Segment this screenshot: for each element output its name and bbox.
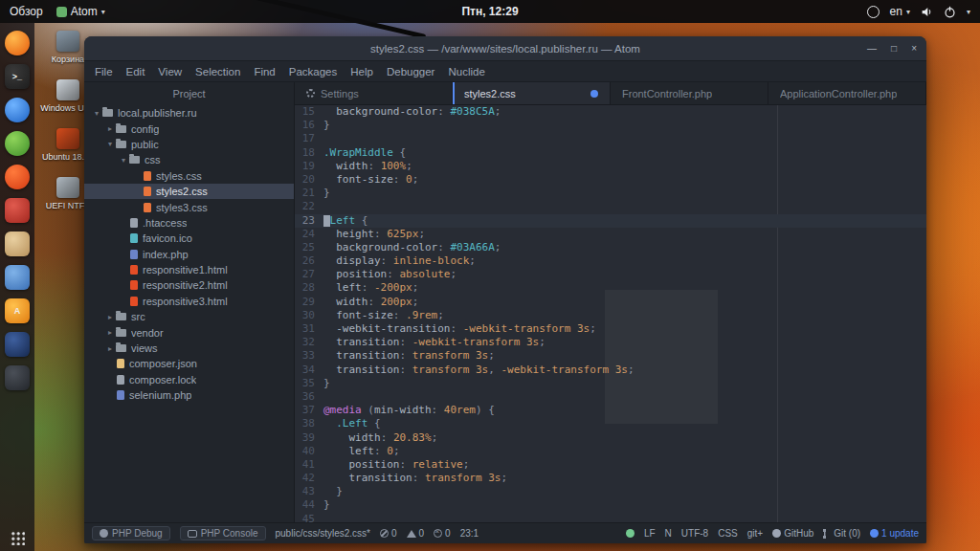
menu-debugger[interactable]: Debugger [380, 66, 442, 77]
text-editor[interactable]: 15 background-color: #038C5A;16}1718.Wra… [295, 105, 926, 522]
menu-edit[interactable]: Edit [120, 66, 152, 77]
code-content[interactable]: width: 20.83%; [323, 431, 926, 445]
tree-file-responsitive1-html[interactable]: responsitive1.html [84, 262, 294, 277]
clock[interactable]: Птн, 12:29 [461, 5, 518, 18]
line-number[interactable]: 25 [295, 241, 323, 254]
line-number[interactable]: 43 [295, 485, 323, 498]
tree-folder-public[interactable]: ▾public [84, 137, 294, 152]
dock-item-browser[interactable] [4, 97, 31, 123]
line-number[interactable]: 39 [295, 431, 323, 445]
dock-item-terminal[interactable]: >_ [4, 63, 31, 90]
line-number[interactable]: 24 [295, 228, 323, 241]
diagnostics-info[interactable]: 0 [434, 528, 451, 539]
code-content[interactable] [323, 390, 926, 404]
tree-folder-views[interactable]: ▸views [84, 341, 294, 356]
file-path[interactable]: public/css/styles2.css* [276, 528, 370, 539]
code-content[interactable]: left: 0; [323, 445, 926, 458]
show-applications-button[interactable] [10, 530, 25, 545]
grammar[interactable]: CSS [718, 528, 738, 539]
line-number[interactable]: 23 [295, 214, 323, 228]
tree-file-composer-json[interactable]: composer.json [84, 356, 294, 371]
newline-indicator[interactable]: N [665, 528, 672, 539]
line-number[interactable]: 18 [295, 146, 323, 160]
code-content[interactable]: transition: transform 3s; [323, 349, 926, 363]
tree-file-selenium-php[interactable]: selenium.php [84, 387, 294, 403]
code-content[interactable]: } [323, 187, 926, 200]
git-branch[interactable]: Git (0) [823, 528, 860, 539]
menu-nuclide[interactable]: Nuclide [441, 66, 491, 77]
activities-button[interactable]: Обзор [10, 5, 43, 18]
line-number[interactable]: 31 [295, 322, 323, 336]
line-number[interactable]: 16 [295, 119, 323, 132]
power-icon[interactable] [944, 6, 956, 18]
code-content[interactable]: .WrapMiddle { [323, 146, 926, 160]
code-content[interactable]: } [323, 498, 926, 512]
code-content[interactable]: font-size: 0; [323, 173, 926, 187]
dock-item-green-app[interactable] [4, 130, 31, 157]
php-console-button[interactable]: PHP Console [180, 526, 266, 540]
line-number[interactable]: 17 [295, 132, 323, 145]
tree-folder-vendor[interactable]: ▸vendor [84, 324, 294, 340]
line-number[interactable]: 36 [295, 390, 323, 404]
tree-file-composer-lock[interactable]: composer.lock [84, 372, 294, 387]
code-content[interactable]: transition: -webkit-transform 3s; [323, 336, 926, 349]
line-number[interactable]: 33 [295, 349, 323, 363]
menu-file[interactable]: File [88, 66, 120, 77]
maximize-button[interactable]: □ [891, 43, 897, 54]
tree-folder-local-publisher-ru[interactable]: ▾local.publisher.ru [84, 105, 294, 121]
line-number[interactable]: 34 [295, 364, 323, 377]
code-content[interactable]: .Left { [323, 417, 926, 430]
dock-item-docs-app[interactable] [4, 264, 31, 291]
menu-help[interactable]: Help [344, 66, 380, 77]
encoding[interactable]: UTF-8 [681, 528, 708, 539]
dock-item-firefox[interactable] [4, 30, 31, 56]
tree-file-htaccess[interactable]: .htaccess [84, 215, 294, 231]
code-content[interactable]: } [323, 119, 926, 132]
line-number[interactable]: 32 [295, 336, 323, 349]
code-content[interactable]: } [323, 485, 926, 498]
git-plus[interactable]: git+ [747, 528, 763, 539]
code-content[interactable]: width: 100%; [323, 160, 926, 173]
cursor-position[interactable]: 23:1 [460, 528, 479, 539]
dock-item-libreoffice[interactable]: A [4, 298, 31, 324]
status-indicator[interactable] [626, 529, 635, 538]
menu-view[interactable]: View [151, 66, 189, 77]
chevron-down-icon[interactable]: ▾ [967, 8, 970, 16]
tab-styles2-css[interactable]: styles2.css [453, 82, 611, 104]
line-number[interactable]: 30 [295, 309, 323, 322]
tree-file-responsitive2-html[interactable]: responsitive2.html [84, 277, 294, 293]
tree-folder-config[interactable]: ▸config [84, 121, 294, 136]
tree-file-styles3-css[interactable]: styles3.css [84, 199, 294, 214]
line-ending[interactable]: LF [644, 528, 656, 539]
tab-settings[interactable]: Settings [295, 82, 453, 104]
close-button[interactable]: × [911, 43, 917, 54]
tree-file-styles-css[interactable]: styles.css [84, 168, 294, 184]
line-number[interactable]: 26 [295, 254, 323, 268]
code-content[interactable]: font-size: .9rem; [323, 309, 926, 322]
dock-item-files-app[interactable] [4, 231, 31, 257]
tree-file-index-php[interactable]: index.php [84, 247, 294, 262]
code-content[interactable]: height: 625px; [323, 228, 926, 241]
line-number[interactable]: 27 [295, 268, 323, 281]
code-content[interactable]: left: -200px; [323, 281, 926, 295]
tree-folder-css[interactable]: ▾css [84, 152, 294, 167]
line-number[interactable]: 42 [295, 472, 323, 485]
title-bar[interactable]: styles2.css — /var/www/sites/local.publi… [84, 36, 926, 61]
tab-frontcontroller-php[interactable]: FrontController.php [611, 82, 768, 104]
dock-item-dark-app[interactable] [4, 364, 31, 391]
volume-icon[interactable] [921, 6, 933, 18]
line-number[interactable]: 22 [295, 200, 323, 213]
code-content[interactable] [323, 132, 926, 145]
code-content[interactable] [323, 513, 926, 522]
dock-item-ubuntu-software[interactable] [4, 164, 31, 190]
code-content[interactable]: background-color: #038C5A; [323, 105, 926, 119]
code-content[interactable]: transition: transform 3s, -webkit-transf… [323, 364, 926, 377]
code-content[interactable]: } [323, 377, 926, 390]
tree-file-responsitive3-html[interactable]: responsitive3.html [84, 294, 294, 309]
code-content[interactable]: width: 200px; [323, 296, 926, 309]
line-number[interactable]: 15 [295, 105, 323, 119]
code-content[interactable] [323, 200, 926, 213]
code-content[interactable]: .Left { [323, 214, 926, 228]
line-number[interactable]: 19 [295, 160, 323, 173]
code-content[interactable]: -webkit-transition: -webkit-transform 3s… [323, 322, 926, 336]
